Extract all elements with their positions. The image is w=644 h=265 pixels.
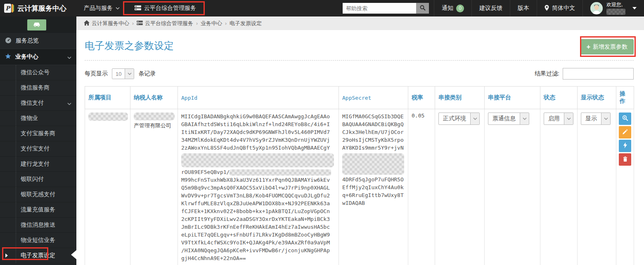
link-platform-select[interactable]: 票通信息 xyxy=(488,113,529,125)
search-button[interactable] xyxy=(416,3,429,14)
sidebar-item-micro-property[interactable]: 微物业 xyxy=(0,111,76,126)
nav-menu-products-label: 产品与服务 xyxy=(84,5,113,12)
sidebar-item-unionpay-quickpass[interactable]: 银联闪付 xyxy=(0,172,76,187)
col-header-actions: 操作 xyxy=(616,87,634,109)
nav-user-menu[interactable]: 欢迎您, xyxy=(582,0,644,16)
bolt-button[interactable] xyxy=(619,140,631,152)
sidebar-subitem-label: 微信服务商 xyxy=(21,84,50,91)
sidebar-subitem-label: 电子发票设定 xyxy=(21,252,55,259)
navbar-right: 通知 0 建议反馈 版本 简体中文 欢迎您, xyxy=(343,0,644,16)
cell-project xyxy=(85,109,130,265)
breadcrumb-label: 电子发票设定 xyxy=(230,20,262,27)
sidebar-subitem-label: 支付宝服务商 xyxy=(21,130,55,137)
breadcrumb-separator: › xyxy=(225,21,227,26)
sidebar-item-ccb-long-pay[interactable]: 建行龙支付 xyxy=(0,157,76,172)
breadcrumb-separator: › xyxy=(132,21,134,26)
notifications-count-badge: 0 xyxy=(456,5,464,12)
nav-notifications[interactable]: 通知 0 xyxy=(434,0,471,16)
sidebar-item-wechat-service-provider[interactable]: 微信服务商 xyxy=(0,80,76,96)
chevron-down-icon xyxy=(520,113,529,124)
sidebar-item-wechat-message-push[interactable]: 微信消息推送 xyxy=(0,218,76,233)
chevron-down-icon xyxy=(470,113,479,124)
sidebar-item-wechat-official-account[interactable]: 微信公众号 xyxy=(0,65,76,80)
cell-status: 启用 xyxy=(540,109,578,265)
display-status-select[interactable]: 显示 xyxy=(581,113,611,125)
pencil-icon xyxy=(622,129,628,136)
delete-button[interactable] xyxy=(619,153,631,166)
result-filter-label: 结果过滤: xyxy=(535,70,559,77)
star-icon xyxy=(5,53,11,61)
add-invoice-param-label: 新增发票参数 xyxy=(593,43,627,51)
sidebar-item-einvoice-settings[interactable]: 电子发票设定 xyxy=(0,248,76,263)
sidebar-subitem-label: 流量充值服务 xyxy=(21,206,55,213)
sidebar-item-service-overview[interactable]: 服务总览 xyxy=(0,33,76,49)
appsecret-redacted-block xyxy=(342,153,404,175)
nav-version[interactable]: 版本 xyxy=(510,0,537,16)
app-logo-icon: P xyxy=(4,3,14,13)
modules-icon xyxy=(137,20,143,26)
cell-appid: MIICdgIBADANBgkqhkiG9w0BAQEFAASCAmAwggJc… xyxy=(178,109,339,265)
nav-language[interactable]: 简体中文 xyxy=(537,0,582,16)
sidebar-item-service-overview-label: 服务总览 xyxy=(16,37,39,45)
link-platform-value: 票通信息 xyxy=(488,113,520,124)
app-brand[interactable]: P 云计算服务中心 xyxy=(0,0,76,16)
nav-menu-products[interactable]: 产品与服务 xyxy=(76,0,127,16)
user-greeting-block: 欢迎您, xyxy=(606,2,625,14)
result-filter-input[interactable] xyxy=(563,68,634,80)
view-button[interactable] xyxy=(619,113,631,125)
taxpayer-redacted xyxy=(134,113,175,120)
invoice-params-table: 所属项目 纳税人名称 AppId AppSecret 税率 串接类别 串接平台 … xyxy=(85,86,634,265)
taxrate-value: 0.05 xyxy=(412,113,424,119)
plus-icon: + xyxy=(587,44,590,50)
sidebar-item-unionpay-senseless-pay[interactable]: 银联无感支付 xyxy=(0,187,76,202)
sidebar-item-alipay-service-provider[interactable]: 支付宝服务商 xyxy=(0,126,76,141)
breadcrumb-business-center[interactable]: 业务中心 xyxy=(201,20,222,27)
per-page-prefix-label: 每页显示 xyxy=(85,70,108,77)
link-type-select[interactable]: 正式环境 xyxy=(438,113,480,125)
cell-appsecret: MIGfMA0GCSqGSIb3DQEBAQUAA4GNADCBiQKBgQCJ… xyxy=(339,109,408,265)
link-type-value: 正式环境 xyxy=(439,113,470,124)
table-row: 产管理有限公司 MIICdgIBADANBgkqhkiG9w0BAQEFAASC… xyxy=(85,109,634,265)
sidebar-subitem-label: 银联闪付 xyxy=(21,176,44,183)
app-brand-label: 云计算服务中心 xyxy=(17,4,66,13)
status-select[interactable]: 启用 xyxy=(544,113,573,125)
add-invoice-param-button[interactable]: + 新增发票参数 xyxy=(580,39,634,54)
lightning-icon xyxy=(623,142,627,150)
car-icon xyxy=(33,21,40,28)
caret-down-icon xyxy=(632,7,637,9)
car-button[interactable] xyxy=(27,19,46,30)
zoom-in-icon xyxy=(622,115,628,122)
edit-button[interactable] xyxy=(619,126,631,138)
sidebar-item-wechat-pay[interactable]: 微信支付 xyxy=(0,96,76,111)
appid-partial-text: rOU89EF5eQBvp1/ xyxy=(181,169,230,175)
appsecret-text: MIGfMA0GCSqGSIb3DQEBAQUAA4GNADCBiQKBgQCJ… xyxy=(342,113,405,152)
main-content: 云计算服务中心 › 云平台综合管理服务 › 业务中心 › 电子发票设定 电子发票… xyxy=(76,16,644,265)
search-input[interactable] xyxy=(343,3,416,14)
appsecret-text: 4DRFd5qJgoP7uFQHR5OEffMjy2qIuxChY4Au0kq+… xyxy=(342,176,405,207)
per-page-select[interactable]: 10 xyxy=(112,68,134,79)
chevron-down-icon xyxy=(67,54,71,60)
appid-redacted-inline xyxy=(230,169,331,176)
col-header-link-type: 串接类别 xyxy=(435,87,485,109)
per-page-value: 10 xyxy=(112,69,125,79)
cell-actions xyxy=(616,109,634,265)
sidebar-item-business-center[interactable]: 业务中心 xyxy=(0,49,76,65)
chevron-down-icon xyxy=(564,113,573,124)
appid-redacted-block xyxy=(181,153,334,167)
nav-menu-cloud-platform-management[interactable]: 云平台综合管理服务 xyxy=(127,0,204,16)
nav-feedback[interactable]: 建议反馈 xyxy=(471,0,510,16)
top-navbar: P 云计算服务中心 产品与服务 云平台综合管理服务 通知 0 建议反馈 xyxy=(0,0,644,16)
breadcrumb-home[interactable]: 云计算服务中心 xyxy=(84,20,129,27)
project-redacted xyxy=(88,113,128,121)
col-header-project: 所属项目 xyxy=(85,87,130,109)
sidebar-item-alipay-pay[interactable]: 支付宝支付 xyxy=(0,141,76,157)
taxpayer-name-visible: 产管理有限公司 xyxy=(134,122,174,129)
sidebar-item-business-center-label: 业务中心 xyxy=(15,53,38,61)
sidebar-item-data-recharge-service[interactable]: 流量充值服务 xyxy=(0,202,76,218)
breadcrumb-cloud-platform[interactable]: 云平台综合管理服务 xyxy=(137,20,193,27)
sidebar-item-property-sms[interactable]: 物业短信业务 xyxy=(0,233,76,248)
avatar xyxy=(590,2,603,14)
cell-link-platform: 票通信息 xyxy=(485,109,540,265)
col-header-appid: AppId xyxy=(178,87,339,109)
table-header-row: 所属项目 纳税人名称 AppId AppSecret 税率 串接类别 串接平台 … xyxy=(85,87,634,109)
